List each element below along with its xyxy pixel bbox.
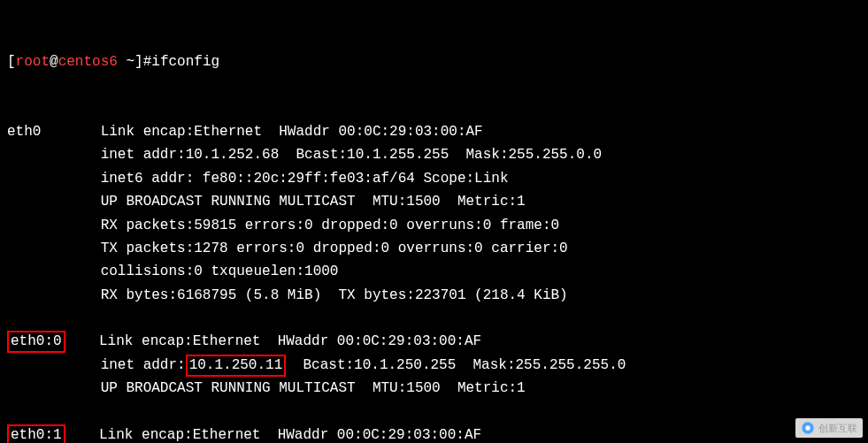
prompt-host: centos6 xyxy=(58,54,118,70)
prompt-line: [root@centos6 ~]#ifconfig xyxy=(7,50,861,73)
watermark: 创新互联 xyxy=(795,418,863,438)
prompt-user: root xyxy=(16,54,50,70)
output-line: eth0:0 Link encap:Ethernet HWaddr 00:0C:… xyxy=(7,330,861,353)
blank-line xyxy=(7,307,861,330)
field-text: Link encap:Ethernet HWaddr 00:0C:29:03:0… xyxy=(101,124,483,140)
output-line: inet6 addr: fe80::20c:29ff:fe03:af/64 Sc… xyxy=(7,167,861,190)
output-line: RX bytes:6168795 (5.8 MiB) TX bytes:2237… xyxy=(7,284,861,307)
field-text: UP BROADCAST RUNNING MULTICAST MTU:1500 … xyxy=(101,194,526,210)
watermark-logo-icon xyxy=(801,421,815,435)
inet-addr-highlight: 10.1.250.11 xyxy=(186,355,287,377)
output-line: TX packets:1278 errors:0 dropped:0 overr… xyxy=(7,237,861,260)
inet-addr: 10.1.252.68 xyxy=(186,147,280,163)
field-label: inet addr: xyxy=(101,357,186,373)
prompt-path: ~ xyxy=(126,54,134,70)
output-line: inet addr:10.1.252.68 Bcast:10.1.255.255… xyxy=(7,143,861,166)
field-text: RX packets:59815 errors:0 dropped:0 over… xyxy=(101,218,559,233)
field-text: collisions:0 txqueuelen:1000 xyxy=(101,264,347,279)
output-line: collisions:0 txqueuelen:1000 xyxy=(7,260,861,283)
field-text: UP BROADCAST RUNNING MULTICAST MTU:1500 … xyxy=(101,380,526,396)
interface-name-highlight: eth0:0 xyxy=(7,331,65,353)
field-rest: Bcast:10.1.250.255 Mask:255.255.255.0 xyxy=(286,357,626,373)
output-line: eth0 Link encap:Ethernet HWaddr 00:0C:29… xyxy=(7,120,861,143)
blank-line xyxy=(7,401,861,424)
field-text: Link encap:Ethernet HWaddr 00:0C:29:03:0… xyxy=(99,427,481,443)
terminal-output: [root@centos6 ~]#ifconfig eth0 Link enca… xyxy=(0,0,868,443)
field-label: inet addr: xyxy=(101,147,186,163)
output-line: RX packets:59815 errors:0 dropped:0 over… xyxy=(7,214,861,237)
output-line: eth0:1 Link encap:Ethernet HWaddr 00:0C:… xyxy=(7,424,861,443)
watermark-text: 创新互联 xyxy=(818,420,857,436)
prompt-symbol: # xyxy=(143,54,152,70)
interface-name: eth0 xyxy=(7,124,101,140)
field-text: RX bytes:6168795 (5.8 MiB) TX bytes:2237… xyxy=(101,287,568,303)
output-line: UP BROADCAST RUNNING MULTICAST MTU:1500 … xyxy=(7,377,861,400)
field-rest: Bcast:10.1.255.255 Mask:255.255.0.0 xyxy=(279,147,602,163)
interface-name-highlight: eth0:1 xyxy=(7,424,65,443)
field-text: Link encap:Ethernet HWaddr 00:0C:29:03:0… xyxy=(99,333,481,349)
field-text: TX packets:1278 errors:0 dropped:0 overr… xyxy=(101,241,568,256)
output-line: inet addr:10.1.250.11 Bcast:10.1.250.255… xyxy=(7,354,861,377)
field-text: inet6 addr: fe80::20c:29ff:fe03:af/64 Sc… xyxy=(101,171,509,187)
command-input[interactable]: ifconfig xyxy=(151,54,219,70)
output-line: UP BROADCAST RUNNING MULTICAST MTU:1500 … xyxy=(7,190,861,213)
